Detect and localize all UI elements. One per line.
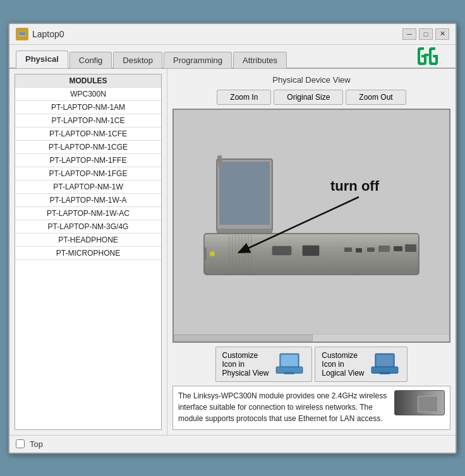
svg-point-16 xyxy=(210,251,215,256)
tab-config[interactable]: Config xyxy=(69,52,112,68)
close-button[interactable]: ✕ xyxy=(435,28,449,40)
svg-rect-3 xyxy=(424,54,429,56)
svg-rect-35 xyxy=(377,355,394,366)
svg-rect-31 xyxy=(281,355,298,366)
modules-list[interactable]: MODULES WPC300N PT-LAPTOP-NM-1AM PT-LAPT… xyxy=(15,74,162,430)
list-item[interactable]: PT-LAPTOP-NM-3G/4G xyxy=(15,220,161,234)
zoom-in-button[interactable]: Zoom In xyxy=(217,90,271,105)
tab-programming[interactable]: Programming xyxy=(164,52,232,68)
list-item[interactable]: PT-HEADPHONE xyxy=(15,234,161,247)
svg-rect-13 xyxy=(356,248,362,253)
tab-bar: Physical Config Desktop Programming Attr… xyxy=(9,45,456,69)
list-item[interactable]: PT-LAPTOP-NM-1W-A xyxy=(15,194,161,207)
modules-header: MODULES xyxy=(15,74,161,88)
logical-laptop-icon xyxy=(369,352,401,377)
right-panel: Physical Device View Zoom In Original Si… xyxy=(167,69,456,435)
customize-physical-button[interactable]: Customize Icon in Physical View xyxy=(215,347,313,382)
maximize-button[interactable]: □ xyxy=(419,28,433,40)
window-title: Laptop0 xyxy=(32,29,64,39)
svg-rect-5 xyxy=(219,162,270,225)
description-area: The Linksys-WPC300N module provides one … xyxy=(172,386,450,430)
bottom-bar: Top xyxy=(9,435,456,453)
top-checkbox[interactable] xyxy=(16,439,25,448)
list-item[interactable]: PT-LAPTOP-NM-1FFE xyxy=(15,154,161,167)
main-window: Laptop0 ─ □ ✕ Physical Config Desktop Pr… xyxy=(8,23,457,454)
svg-rect-33 xyxy=(284,372,295,374)
top-label: Top xyxy=(30,439,43,449)
app-icon xyxy=(16,28,28,40)
laptop-svg: turn off xyxy=(179,153,444,298)
list-item[interactable]: PT-MICROPHONE xyxy=(15,247,161,260)
list-item[interactable]: PT-LAPTOP-NM-1W xyxy=(15,181,161,194)
svg-rect-9 xyxy=(405,244,416,252)
svg-rect-14 xyxy=(344,247,352,252)
customize-logical-label: Customize Icon in Logical View xyxy=(322,351,364,378)
panel-title: Physical Device View xyxy=(172,74,450,86)
customize-physical-label: Customize Icon in Physical View xyxy=(222,351,269,378)
original-size-button[interactable]: Original Size xyxy=(274,90,343,105)
svg-text:turn off: turn off xyxy=(330,178,380,194)
tab-attributes[interactable]: Attributes xyxy=(233,52,287,68)
svg-rect-37 xyxy=(380,372,390,374)
tab-physical[interactable]: Physical xyxy=(16,51,68,68)
list-item[interactable]: WPC300N xyxy=(15,88,161,101)
geeks-logo xyxy=(415,45,449,68)
scrollbar-thumb[interactable] xyxy=(174,335,313,342)
minimize-button[interactable]: ─ xyxy=(402,28,416,40)
main-content: MODULES WPC300N PT-LAPTOP-NM-1AM PT-LAPT… xyxy=(9,69,456,435)
module-thumbnail xyxy=(394,390,445,415)
svg-rect-2 xyxy=(20,37,24,37)
svg-rect-11 xyxy=(378,246,390,252)
title-controls: ─ □ ✕ xyxy=(402,28,449,40)
svg-rect-26 xyxy=(303,246,319,256)
customize-row: Customize Icon in Physical View Customiz… xyxy=(172,347,450,382)
svg-rect-10 xyxy=(394,246,402,251)
left-panel: MODULES WPC300N PT-LAPTOP-NM-1AM PT-LAPT… xyxy=(9,69,167,435)
svg-rect-25 xyxy=(272,246,291,255)
title-bar: Laptop0 ─ □ ✕ xyxy=(9,24,456,45)
svg-rect-1 xyxy=(19,32,25,35)
horizontal-scrollbar[interactable] xyxy=(174,334,449,342)
description-text: The Linksys-WPC300N module provides one … xyxy=(178,390,389,424)
title-bar-left: Laptop0 xyxy=(16,28,64,40)
laptop-container: turn off xyxy=(174,110,449,342)
list-item[interactable]: PT-LAPTOP-NM-1W-AC xyxy=(15,207,161,220)
svg-rect-12 xyxy=(367,247,375,252)
list-item[interactable]: PT-LAPTOP-NM-1AM xyxy=(15,101,161,114)
device-view: turn off xyxy=(172,109,450,343)
svg-rect-15 xyxy=(204,247,207,260)
customize-logical-button[interactable]: Customize Icon in Logical View xyxy=(315,347,408,382)
tab-desktop[interactable]: Desktop xyxy=(113,52,162,68)
zoom-controls: Zoom In Original Size Zoom Out xyxy=(172,90,450,105)
list-item[interactable]: PT-LAPTOP-NM-1CGE xyxy=(15,141,161,154)
list-item[interactable]: PT-LAPTOP-NM-1CFE xyxy=(15,128,161,141)
list-item[interactable]: PT-LAPTOP-NM-1FGE xyxy=(15,167,161,181)
list-item[interactable]: PT-LAPTOP-NM-1CE xyxy=(15,114,161,128)
zoom-out-button[interactable]: Zoom Out xyxy=(346,90,406,105)
physical-laptop-icon xyxy=(274,352,305,377)
svg-rect-7 xyxy=(217,229,272,234)
